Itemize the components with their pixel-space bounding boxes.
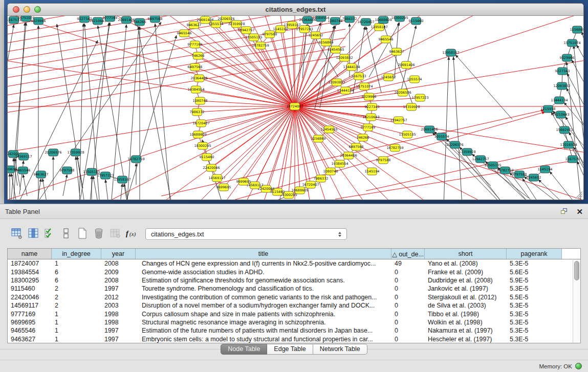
- col-header-title[interactable]: title: [136, 249, 391, 259]
- float-panel-icon[interactable]: [561, 208, 568, 215]
- cell-out_degree: 0: [391, 302, 425, 309]
- cell-pagerank: 5.3E-5: [507, 285, 562, 292]
- cell-short: Hescheler et al. (1997): [425, 336, 507, 343]
- cell-out_degree: 0: [391, 269, 425, 276]
- cell-year: 1997: [101, 327, 136, 334]
- cell-in_degree: 6: [52, 269, 101, 276]
- node-label: 12093832: [336, 56, 353, 60]
- node-label: 1156869: [570, 28, 583, 32]
- col-header-out_degree[interactable]: △ out_de...: [391, 249, 425, 259]
- cell-title: Corpus callosum shape and size in male p…: [136, 311, 391, 318]
- cell-title: Tourette syndrome. Phenomenology and cla…: [136, 285, 391, 292]
- window-resize-grip[interactable]: [575, 191, 582, 199]
- node-label: 17359928: [403, 105, 420, 109]
- node-label: 13505135: [245, 35, 262, 39]
- cell-name: 19384554: [8, 269, 52, 276]
- node-label: 12942757: [390, 118, 407, 122]
- show-columns-icon[interactable]: [27, 227, 40, 241]
- cell-title: Genome-wide association studies in ADHD.: [136, 269, 391, 276]
- node-label: 18724007: [286, 104, 303, 108]
- node-label: 7986372: [314, 177, 329, 181]
- table-row[interactable]: 2242004622012Investigating the contribut…: [8, 293, 580, 301]
- node-label: 9797588: [263, 32, 277, 36]
- cell-out_degree: 0: [391, 277, 425, 284]
- cell-pagerank: 5.6E-5: [507, 269, 562, 276]
- node-label: 9329966: [560, 56, 575, 60]
- new-table-icon[interactable]: [76, 227, 89, 241]
- cell-out_degree: 0: [391, 327, 425, 334]
- cell-pagerank: 5.3E-5: [507, 311, 562, 318]
- col-header-name[interactable]: name: [8, 249, 52, 259]
- node-label: 1167533: [352, 74, 366, 78]
- node-label: 16782759: [386, 146, 403, 150]
- row-height-icon[interactable]: [59, 227, 73, 241]
- tab-node-table[interactable]: Node Table: [221, 344, 267, 355]
- cell-short: Dudbridge et al. (2008): [425, 277, 507, 284]
- zoom-window-button[interactable]: [34, 6, 41, 13]
- node-label: 9777169: [361, 125, 376, 129]
- node-label: 9227343: [365, 105, 380, 109]
- node-label: 9465546: [177, 31, 192, 35]
- delete-table-icon[interactable]: [92, 227, 105, 241]
- desktop-left-strip: [0, 0, 4, 204]
- table-body: 1872400712008Changes of HCN gene express…: [8, 259, 580, 343]
- col-header-in_degree[interactable]: in_degree: [52, 249, 101, 259]
- cell-out_degree: 0: [391, 311, 425, 318]
- table-row[interactable]: 1938455462009Genome-wide association stu…: [8, 268, 580, 276]
- table-row[interactable]: 911546021997Tourette syndrome. Phenomeno…: [8, 285, 580, 293]
- col-header-pagerank[interactable]: pagerank: [507, 249, 562, 259]
- cell-in_degree: 1: [52, 336, 101, 343]
- network-view[interactable]: 1872400797771697462666497568203644861938…: [8, 16, 583, 200]
- node-label: 1245652: [381, 75, 396, 79]
- node-label: 19384554: [331, 162, 348, 166]
- memory-status-indicator-icon[interactable]: [575, 363, 582, 369]
- node-label: 1055574: [209, 22, 224, 26]
- table-row[interactable]: 969969511998Structural magnetic resonanc…: [8, 318, 580, 326]
- node-label: 14569117: [208, 176, 225, 180]
- node-label: 9465546: [379, 37, 394, 41]
- close-window-button[interactable]: [13, 6, 19, 13]
- node-label: 1055574: [434, 135, 449, 139]
- node-label: 1145194: [538, 167, 553, 171]
- application-screen: citations_edges.txt 18724007977716974626…: [0, 0, 588, 372]
- table-scrollbar-thumb[interactable]: [574, 261, 579, 280]
- cell-year: 2003: [101, 302, 136, 309]
- node-label: 19384554: [187, 87, 204, 92]
- table-row[interactable]: 1872400712008Changes of HCN gene express…: [8, 259, 580, 268]
- memory-status-label: Memory: OK: [539, 363, 572, 369]
- node-label: 16720407: [357, 20, 374, 24]
- function-builder-icon[interactable]: f(x): [125, 227, 138, 241]
- node-label: 10688609: [291, 188, 308, 192]
- network-canvas[interactable]: 1872400797771697462666497568203644861938…: [8, 16, 583, 200]
- cell-pagerank: 5.3E-5: [507, 260, 562, 267]
- table-row[interactable]: 977716911998Corpus callosum shape and si…: [8, 310, 580, 318]
- cell-year: 1997: [101, 336, 136, 343]
- node-label: 7986372: [342, 17, 357, 21]
- node-label: 1215958: [541, 107, 556, 111]
- cell-name: 9699695: [8, 319, 52, 326]
- table-row[interactable]: 946362711997Embryonic stem cells: a mode…: [8, 335, 580, 343]
- col-header-year[interactable]: year: [101, 249, 136, 259]
- tab-network-table[interactable]: Network Table: [313, 344, 367, 355]
- table-select-dropdown[interactable]: citations_edges.txt: [145, 228, 347, 240]
- table-row[interactable]: 1830029562008Estimation of significance …: [8, 276, 580, 285]
- table-row[interactable]: 1456911722003Disruption of a novel membe…: [8, 301, 580, 310]
- node-label: 9797588: [512, 172, 527, 177]
- node-label: 10688609: [375, 18, 391, 22]
- minimize-window-button[interactable]: [24, 6, 30, 13]
- table-options-icon[interactable]: ⚙: [10, 227, 24, 241]
- select-all-check-icon[interactable]: [43, 227, 56, 241]
- table-row[interactable]: 946554611997Estimation of the future num…: [8, 326, 580, 335]
- node-label: 1145194: [273, 27, 288, 31]
- node-label: 14569117: [15, 155, 32, 159]
- node-label: 20691406: [421, 127, 438, 132]
- table-type-tabs: Node TableEdge TableNetwork Table: [0, 344, 588, 355]
- table-scrollbar-track[interactable]: [573, 260, 580, 343]
- window-titlebar[interactable]: citations_edges.txt: [8, 4, 583, 16]
- node-label: 13444134: [551, 98, 568, 102]
- col-header-short[interactable]: short: [425, 249, 507, 259]
- cell-short: de Silva et al. (2003): [425, 302, 507, 309]
- tab-edge-table[interactable]: Edge Table: [267, 344, 313, 355]
- close-panel-icon[interactable]: ✕: [576, 208, 583, 215]
- cell-in_degree: 6: [52, 277, 101, 284]
